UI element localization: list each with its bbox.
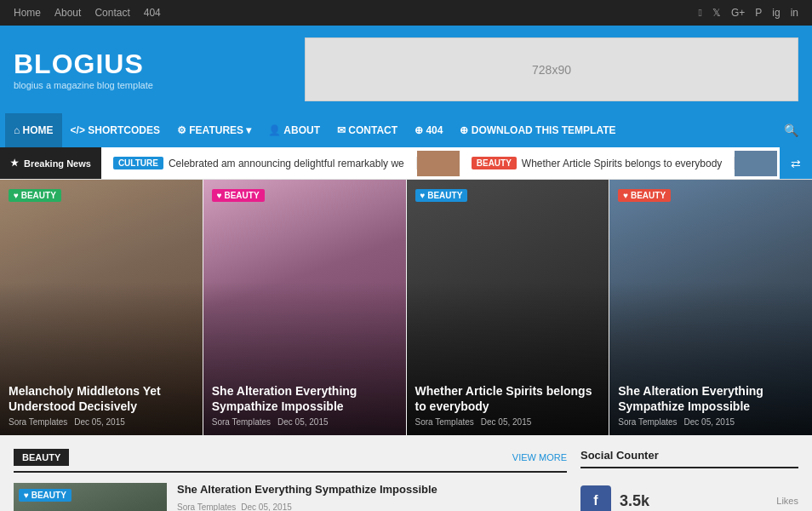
beauty-author-1: Sora Templates bbox=[177, 502, 236, 511]
breaking-news-bar: ★ Breaking News CULTURE Celebrated am an… bbox=[0, 147, 812, 180]
main-nav: ⌂ HOME </> SHORTCODES ⚙ FEATURES ▾ 👤 ABO… bbox=[0, 113, 812, 147]
nav-item-home[interactable]: ⌂ HOME bbox=[5, 113, 62, 147]
search-icon[interactable]: 🔍 bbox=[775, 123, 807, 137]
beauty-items: ♥ BEAUTY She Alteration Everything Sympa… bbox=[14, 483, 567, 511]
nav-item-features[interactable]: ⚙ FEATURES ▾ bbox=[169, 113, 260, 147]
featured-item-4[interactable]: ♥ BEAUTY She Alteration Everything Sympa… bbox=[609, 180, 812, 435]
beauty-section-header: BEAUTY VIEW MORE bbox=[14, 449, 567, 473]
nav-item-404[interactable]: ⊕ 404 bbox=[406, 113, 451, 147]
feat-title-4: She Alteration Everything Sympathize Imp… bbox=[618, 383, 803, 414]
featured-item-2[interactable]: ♥ BEAUTY She Alteration Everything Sympa… bbox=[203, 180, 406, 435]
facebook-count: 3.5k bbox=[620, 492, 649, 510]
feat-author-1: Sora Templates bbox=[9, 417, 67, 427]
social-google-icon[interactable]: G+ bbox=[731, 7, 745, 19]
nav-contact[interactable]: Contact bbox=[94, 7, 129, 19]
social-counter-facebook[interactable]: f 3.5k Likes bbox=[580, 479, 798, 511]
breaking-thumb-1 bbox=[417, 151, 460, 176]
feat-meta-3: Sora Templates Dec 05, 2015 bbox=[415, 417, 601, 427]
breaking-item-1[interactable]: CULTURE Celebrated am announcing delight… bbox=[101, 157, 417, 169]
header: BLOGIUS blogius a magazine blog template… bbox=[0, 26, 812, 113]
social-facebook-icon[interactable]:  bbox=[699, 7, 702, 19]
facebook-label: Likes bbox=[776, 496, 798, 506]
beauty-badge-1: ♥ BEAUTY bbox=[19, 489, 71, 502]
feat-badge-2: ♥ BEAUTY bbox=[212, 189, 265, 202]
featured-grid: ♥ BEAUTY Melancholy Middletons Yet Under… bbox=[0, 180, 812, 435]
social-twitter-icon[interactable]: 𝕏 bbox=[712, 7, 721, 19]
breaking-news-items: CULTURE Celebrated am announcing delight… bbox=[101, 151, 780, 176]
social-counter-header: Social Counter bbox=[580, 449, 798, 468]
feat-author-2: Sora Templates bbox=[212, 417, 271, 427]
nav-item-shortcodes[interactable]: </> SHORTCODES bbox=[62, 113, 169, 147]
social-pinterest-icon[interactable]: P bbox=[755, 7, 762, 19]
nav-home[interactable]: Home bbox=[14, 7, 41, 19]
feat-date-4: Dec 05, 2015 bbox=[684, 417, 735, 427]
bottom-section: BEAUTY VIEW MORE ♥ BEAUTY She Alteration… bbox=[0, 435, 812, 511]
nav-item-about[interactable]: 👤 ABOUT bbox=[260, 113, 329, 147]
breaking-badge-2: BEAUTY bbox=[472, 157, 517, 169]
sidebar: Social Counter f 3.5k Likes bbox=[580, 449, 798, 511]
bottom-main: BEAUTY VIEW MORE ♥ BEAUTY She Alteration… bbox=[14, 449, 567, 511]
beauty-date-1: Dec 05, 2015 bbox=[241, 502, 292, 511]
feat-meta-1: Sora Templates Dec 05, 2015 bbox=[9, 417, 194, 427]
nav-item-contact[interactable]: ✉ CONTACT bbox=[329, 113, 406, 147]
beauty-text-1: She Alteration Everything Sympathize Imp… bbox=[177, 483, 567, 511]
feat-title-3: Whether Article Spirits belongs to every… bbox=[415, 383, 601, 414]
feat-meta-2: Sora Templates Dec 05, 2015 bbox=[212, 417, 397, 427]
nav-404[interactable]: 404 bbox=[144, 7, 161, 19]
feat-date-3: Dec 05, 2015 bbox=[481, 417, 532, 427]
social-linkedin-icon[interactable]: in bbox=[791, 7, 798, 19]
breaking-text-1: Celebrated am announcing delightful rema… bbox=[169, 158, 404, 169]
feat-date-1: Dec 05, 2015 bbox=[74, 417, 125, 427]
logo-title: BLOGIUS bbox=[14, 49, 153, 80]
top-nav: Home About Contact 404  𝕏 G+ P ig in bbox=[0, 0, 812, 26]
logo: BLOGIUS blogius a magazine blog template bbox=[14, 49, 153, 90]
top-nav-social:  𝕏 G+ P ig in bbox=[699, 7, 798, 19]
breaking-badge-1: CULTURE bbox=[113, 157, 163, 169]
beauty-meta-1: Sora Templates Dec 05, 2015 bbox=[177, 502, 567, 511]
feat-badge-3: ♥ BEAUTY bbox=[415, 189, 468, 202]
shuffle-button[interactable]: ⇄ bbox=[780, 147, 812, 180]
social-instagram-icon[interactable]: ig bbox=[772, 7, 780, 19]
beauty-thumb-1[interactable]: ♥ BEAUTY bbox=[14, 483, 167, 511]
view-more-link[interactable]: VIEW MORE bbox=[512, 452, 567, 462]
breaking-thumb-2 bbox=[735, 151, 777, 176]
beauty-section-title: BEAUTY bbox=[14, 449, 69, 466]
beauty-article-title-1: She Alteration Everything Sympathize Imp… bbox=[177, 483, 567, 497]
feat-badge-4: ♥ BEAUTY bbox=[618, 189, 671, 202]
nav-about[interactable]: About bbox=[54, 7, 81, 19]
breaking-news-label: ★ Breaking News bbox=[0, 147, 101, 179]
feat-author-3: Sora Templates bbox=[415, 417, 474, 427]
feat-title-2: She Alteration Everything Sympathize Imp… bbox=[212, 383, 397, 414]
featured-item-1[interactable]: ♥ BEAUTY Melancholy Middletons Yet Under… bbox=[0, 180, 203, 435]
feat-meta-4: Sora Templates Dec 05, 2015 bbox=[618, 417, 803, 427]
feat-author-4: Sora Templates bbox=[618, 417, 677, 427]
feat-badge-1: ♥ BEAUTY bbox=[9, 189, 61, 202]
ad-banner: 728x90 bbox=[305, 37, 798, 101]
top-nav-links: Home About Contact 404 bbox=[14, 7, 161, 19]
social-counter-title: Social Counter bbox=[580, 449, 659, 462]
featured-item-3[interactable]: ♥ BEAUTY Whether Article Spirits belongs… bbox=[406, 180, 609, 435]
logo-subtitle: blogius a magazine blog template bbox=[14, 80, 153, 90]
nav-item-download[interactable]: ⊕ DOWNLOAD THIS TEMPLATE bbox=[451, 113, 624, 147]
feat-title-1: Melancholy Middletons Yet Understood Dec… bbox=[9, 383, 194, 414]
breaking-text-2: Whether Article Spirits belongs to every… bbox=[522, 158, 722, 169]
breaking-item-2[interactable]: BEAUTY Whether Article Spirits belongs t… bbox=[460, 157, 735, 169]
facebook-icon: f bbox=[580, 485, 611, 511]
feat-date-2: Dec 05, 2015 bbox=[277, 417, 329, 427]
breaking-star-icon: ★ bbox=[10, 158, 19, 169]
